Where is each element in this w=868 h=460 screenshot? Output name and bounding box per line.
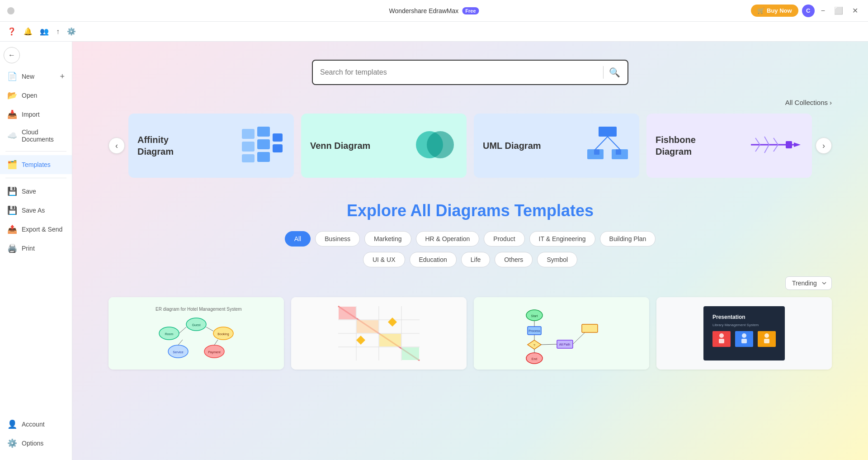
diagram-card-uml[interactable]: UML Diagram	[474, 114, 639, 178]
sidebar-item-templates[interactable]: 🗂️ Templates	[0, 155, 72, 174]
search-box: 🔍	[312, 60, 628, 85]
cart-icon: 🛒	[757, 7, 764, 14]
search-divider	[603, 66, 604, 79]
svg-text:Payment: Payment	[208, 351, 221, 354]
svg-text:Service: Service	[173, 351, 183, 354]
sidebar-item-save-as[interactable]: 💾 Save As	[0, 201, 72, 220]
svg-line-20	[764, 137, 769, 145]
templates-icon: 🗂️	[7, 160, 17, 170]
sidebar-item-options[interactable]: ⚙️ Options	[0, 434, 72, 453]
sidebar-item-new[interactable]: 📄 New +	[0, 67, 72, 86]
svg-rect-10	[599, 127, 617, 137]
svg-text:Presentation: Presentation	[712, 314, 745, 320]
settings-icon-btn[interactable]: ⚙️	[65, 25, 78, 38]
filter-pill-hr[interactable]: HR & Operation	[416, 231, 480, 247]
content-area: 🔍 All Collections › ‹ Affinity Diagram	[72, 42, 868, 460]
sidebar-label-templates: Templates	[22, 161, 51, 168]
svg-text:Process: Process	[528, 329, 540, 332]
app-dot-icon	[7, 7, 14, 14]
sidebar-item-cloud[interactable]: ☁️ Cloud Documents	[0, 124, 72, 147]
print-icon: 🖨️	[7, 243, 17, 253]
svg-rect-3	[257, 127, 270, 137]
svg-point-81	[764, 333, 769, 338]
all-collections-link[interactable]: All Collections ›	[785, 99, 832, 106]
buy-now-label: Buy Now	[767, 7, 792, 14]
filter-pill-symbol[interactable]: Symbol	[537, 252, 577, 267]
diagram-card-venn[interactable]: Venn Diagram	[301, 114, 467, 178]
template-card-flow[interactable]: Start Process ? End	[474, 297, 649, 370]
filter-pill-all[interactable]: All	[285, 231, 311, 247]
filter-pill-uiux[interactable]: UI & UX	[363, 252, 405, 267]
svg-text:?: ?	[533, 344, 535, 347]
title-bar-right: 🛒 Buy Now C − ⬜ ✕	[751, 5, 861, 17]
sidebar-label-open: Open	[22, 92, 37, 99]
diagram-card-affinity[interactable]: Affinity Diagram	[128, 114, 294, 178]
community-icon-btn[interactable]: 👥	[38, 25, 51, 38]
sidebar-item-save[interactable]: 💾 Save	[0, 182, 72, 201]
new-icon: 📄	[7, 71, 17, 81]
svg-point-9	[427, 131, 454, 158]
options-icon: ⚙️	[7, 438, 17, 448]
affinity-card-title: Affinity Diagram	[137, 134, 201, 157]
template-card-matrix-image	[291, 297, 467, 370]
maximize-button[interactable]: ⬜	[831, 5, 846, 17]
svg-text:Booking: Booking	[217, 332, 229, 336]
filter-pill-education[interactable]: Education	[410, 252, 457, 267]
filter-pill-it[interactable]: IT & Engineering	[529, 231, 595, 247]
avatar[interactable]: C	[802, 5, 815, 17]
svg-rect-7	[273, 144, 283, 152]
svg-rect-50	[357, 320, 378, 333]
cloud-icon: ☁️	[7, 131, 17, 141]
search-button[interactable]: 🔍	[609, 67, 620, 78]
svg-rect-70	[582, 324, 598, 332]
filter-pill-building[interactable]: Building Plan	[600, 231, 656, 247]
venn-card-title: Venn Diagram	[310, 140, 370, 152]
filter-pill-life[interactable]: Life	[461, 252, 491, 267]
template-card-presentation[interactable]: Presentation Library Management System	[656, 297, 832, 370]
back-button[interactable]: ←	[4, 47, 20, 63]
template-card-matrix[interactable]	[291, 297, 467, 370]
all-collections-label: All Collections	[785, 99, 828, 106]
svg-rect-4	[257, 139, 270, 149]
export-icon: 📤	[7, 224, 17, 234]
sidebar-item-export[interactable]: 📤 Export & Send	[0, 220, 72, 239]
share-icon-btn[interactable]: ↑	[54, 26, 61, 38]
minimize-button[interactable]: −	[818, 5, 828, 17]
diagram-card-fishbone[interactable]: Fishbone Diagram	[646, 114, 812, 178]
sidebar-label-new: New	[22, 73, 34, 80]
trending-select[interactable]: Trending Newest Popular	[785, 276, 832, 290]
svg-line-22	[755, 145, 760, 152]
svg-rect-1	[242, 142, 255, 152]
sidebar-item-open[interactable]: 📂 Open	[0, 86, 72, 105]
filter-pill-marketing[interactable]: Marketing	[364, 231, 411, 247]
trending-row: Trending Newest Popular	[108, 276, 832, 290]
help-icon-btn[interactable]: ❓	[5, 25, 18, 38]
notification-icon-btn[interactable]: 🔔	[22, 25, 34, 38]
search-input[interactable]	[320, 68, 598, 76]
svg-point-79	[742, 333, 746, 338]
template-card-er[interactable]: ER diagram for Hotel Management System R…	[108, 297, 284, 370]
buy-now-button[interactable]: 🛒 Buy Now	[751, 5, 798, 17]
sidebar-item-print[interactable]: 🖨️ Print	[0, 239, 72, 258]
carousel-prev-button[interactable]: ‹	[108, 138, 125, 154]
svg-text:ER diagram for Hotel Managemen: ER diagram for Hotel Management System	[156, 307, 241, 312]
svg-line-39	[178, 340, 183, 345]
sidebar-label-print: Print	[22, 245, 35, 252]
close-button[interactable]: ✕	[849, 5, 861, 17]
filter-pill-others[interactable]: Others	[495, 252, 533, 267]
filter-pill-product[interactable]: Product	[484, 231, 524, 247]
filter-pill-business[interactable]: Business	[315, 231, 360, 247]
sidebar-label-save-as: Save As	[22, 207, 45, 214]
svg-line-37	[179, 327, 186, 333]
account-icon: 👤	[7, 419, 17, 429]
carousel-next-button[interactable]: ›	[816, 138, 832, 154]
sidebar-item-import[interactable]: 📥 Import	[0, 105, 72, 124]
sidebar-label-account: Account	[22, 421, 45, 428]
title-bar-left	[7, 7, 14, 14]
venn-card-image	[412, 124, 458, 167]
svg-text:Start: Start	[531, 314, 538, 318]
svg-line-19	[755, 138, 760, 145]
template-card-flow-image: Start Process ? End	[474, 297, 649, 370]
svg-rect-13	[594, 149, 599, 155]
sidebar-item-account[interactable]: 👤 Account	[0, 415, 72, 434]
